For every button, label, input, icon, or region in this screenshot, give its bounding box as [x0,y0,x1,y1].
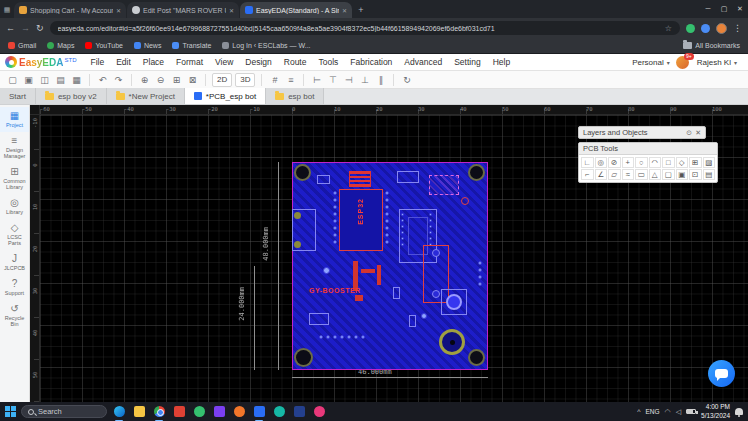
tool-pad-icon[interactable]: ◎ [595,157,608,168]
new-tab-button[interactable]: + [353,2,369,18]
tool-rect-icon[interactable]: □ [662,157,675,168]
all-bookmarks-button[interactable]: All Bookmarks [683,42,740,49]
align-right-icon[interactable]: ⊣ [342,73,355,87]
taskbar-app-icon[interactable] [291,404,307,420]
back-button[interactable]: ← [6,24,15,33]
taskbar-app-icon[interactable] [171,404,187,420]
capacitor-footprint[interactable] [393,287,400,299]
buzzer-footprint[interactable] [439,329,465,355]
pad[interactable] [432,249,440,257]
bookmark-translate[interactable]: Translate [172,42,211,49]
silkscreen-trace[interactable] [361,269,375,273]
doc-tab-pcb-esp-bot[interactable]: *PCB_esp bot [185,88,266,104]
taskbar-app-icon[interactable] [211,404,227,420]
menu-setting[interactable]: Setting [448,54,486,71]
taskbar-app-icon[interactable] [271,404,287,420]
pin-header-pads[interactable] [385,191,389,244]
print-icon[interactable]: ▤ [54,73,67,87]
sidebar-item-common-library[interactable]: ⊞Common Library [0,163,29,194]
export-image-icon[interactable]: ▦ [70,73,83,87]
refresh-icon[interactable]: ↻ [400,73,413,87]
tab-close-icon[interactable]: ✕ [229,7,234,14]
pad[interactable] [432,290,440,298]
sidebar-item-support[interactable]: ?Support [0,275,29,300]
sidebar-item-recycle-bin[interactable]: ↺Recycle Bin [0,300,29,331]
doc-tab-esp-bot[interactable]: esp bot [266,88,324,104]
taskbar-clock[interactable]: 4:00 PM 5/13/2024 [701,403,730,421]
menu-edit[interactable]: Edit [110,54,137,71]
personal-dropdown[interactable]: Personal▾ [632,58,670,67]
silkscreen-circle[interactable] [461,197,469,205]
menu-design[interactable]: Design [239,54,277,71]
bookmark-star-icon[interactable]: ☆ [665,24,672,33]
dimension-line[interactable] [254,266,255,370]
new-file-icon[interactable]: ▢ [6,73,19,87]
edge-connector-pads[interactable] [478,261,482,286]
component-footprint[interactable] [309,313,329,325]
tab-close-icon[interactable]: ✕ [342,7,347,14]
layers-panel-header[interactable]: Layers and Objects ⊙ ✕ [578,126,706,139]
dimension-line[interactable] [292,377,488,378]
dimension-label-inner[interactable]: 24.000mm [238,287,246,321]
usb-connector-footprint[interactable] [292,209,316,251]
notifications-icon[interactable] [735,408,743,415]
undo-icon[interactable]: ↶ [96,73,109,87]
tool-panelize-icon[interactable]: ▣ [676,169,689,180]
window-close-button[interactable]: ✕ [732,0,748,17]
silkscreen-text[interactable]: ESP32 [357,198,364,225]
via[interactable] [323,267,330,274]
grid-setting-icon[interactable]: # [268,73,281,87]
browser-profile-avatar[interactable] [716,23,727,34]
align-top-icon[interactable]: ⊤ [326,73,339,87]
via[interactable] [421,313,427,319]
tool-measure-icon[interactable]: ⊡ [689,169,702,180]
extension-icon[interactable] [701,24,710,33]
tool-origin-icon[interactable]: ▤ [703,169,716,180]
silkscreen-text[interactable]: GY-BOOSTER [309,287,361,294]
taskbar-app-file-explorer[interactable] [131,404,147,420]
bookmark-news[interactable]: News [134,42,162,49]
menu-format[interactable]: Format [170,54,209,71]
tool-solid-region-icon[interactable]: ▱ [608,169,621,180]
menu-route[interactable]: Route [278,54,313,71]
tab-grid-icon[interactable]: ▦ [0,2,14,18]
tool-dimension-icon[interactable]: ⌐ [581,169,594,180]
snap-setting-icon[interactable]: ≡ [284,73,297,87]
tab-close-icon[interactable]: ✕ [116,7,121,14]
pin-header-pads[interactable] [333,191,337,244]
keepout-region[interactable] [429,175,459,195]
wifi-icon[interactable]: ◠ [665,408,671,415]
browser-tab-shopping-cart[interactable]: Shopping Cart - My Account - PCB ✕ [14,2,126,18]
menu-help[interactable]: Help [487,54,516,71]
easyeda-logo-icon[interactable] [5,56,17,68]
tactile-button-footprint[interactable] [441,289,467,315]
tool-arc-icon[interactable]: ◠ [649,157,662,168]
browser-tab-edit-post[interactable]: Edit Post "MARS ROVER USING N ✕ [127,2,239,18]
open-file-icon[interactable]: ▣ [22,73,35,87]
doc-tab-esp-boy-v2[interactable]: esp boy v2 [36,88,107,104]
tool-via-icon[interactable]: ⊘ [608,157,621,168]
pad[interactable] [294,241,301,248]
zoom-window-icon[interactable]: ⊞ [170,73,183,87]
bookmark-esclabs[interactable]: Log In ‹ ESCLabs — W... [222,42,310,49]
ic-pads[interactable] [429,213,432,246]
zoom-in-icon[interactable]: ⊕ [138,73,151,87]
mounting-hole[interactable] [296,166,309,179]
mounting-hole[interactable] [470,166,483,179]
doc-tab-start[interactable]: Start [0,88,36,104]
address-bar[interactable]: easyeda.com/editor#id=a5f26f60ee914e6799… [50,21,680,35]
taskbar-app-icon[interactable] [191,404,207,420]
dimension-line[interactable] [278,162,279,370]
sidebar-item-jlcpcb[interactable]: JJLCPCB [0,250,29,275]
zoom-fit-icon[interactable]: ⊠ [186,73,199,87]
menu-advanced[interactable]: Advanced [398,54,448,71]
sidebar-item-project[interactable]: ▦Project [0,107,29,132]
tool-angle-icon[interactable]: ∠ [595,169,608,180]
pcb-tools-header[interactable]: PCB Tools [579,143,717,155]
bookmark-youtube[interactable]: YouTube [85,42,123,49]
start-button[interactable] [5,406,17,418]
tool-cutout-icon[interactable]: ▢ [662,169,675,180]
tool-text-icon[interactable]: + [622,157,635,168]
taskbar-search[interactable]: Search [21,405,107,418]
pin-header-pads[interactable] [319,335,365,339]
